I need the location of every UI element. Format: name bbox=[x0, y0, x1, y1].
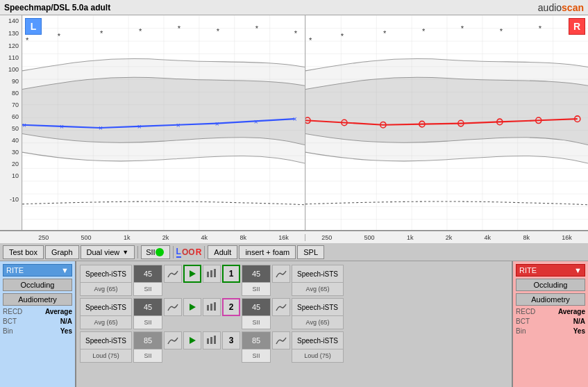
row1-play-button[interactable] bbox=[183, 265, 201, 283]
graph-button[interactable]: Graph bbox=[45, 245, 79, 259]
svg-text:*: * bbox=[309, 36, 312, 44]
row1-icon-curve[interactable] bbox=[164, 265, 182, 283]
row2-num-badge[interactable]: 2 bbox=[222, 298, 240, 316]
row3-sub-right: Loud (75) bbox=[292, 349, 344, 363]
svg-text:×: × bbox=[99, 124, 103, 132]
x-label-250r: 250 bbox=[321, 234, 332, 241]
y-label-70: 70 bbox=[12, 102, 19, 108]
lo-R[interactable]: R bbox=[196, 247, 202, 257]
y-label-60: 60 bbox=[12, 114, 19, 120]
right-bin-row: Bin Yes bbox=[516, 327, 585, 335]
left-audiometry-button[interactable]: Audiometry bbox=[3, 293, 72, 306]
row3-icon-bars[interactable] bbox=[203, 331, 221, 349]
row2-icon-bars[interactable] bbox=[203, 298, 221, 316]
row2-sub-spacer4 bbox=[222, 315, 240, 329]
y-label-130: 130 bbox=[8, 31, 19, 37]
logo-scan: scan bbox=[562, 2, 584, 13]
row2-sub-spacer3 bbox=[203, 315, 221, 329]
row1-left-label: Speech-iSTS bbox=[80, 265, 132, 283]
y-label-110: 110 bbox=[8, 55, 19, 61]
x-label-4kl: 4k bbox=[201, 234, 208, 241]
lo-L[interactable]: L bbox=[176, 247, 181, 258]
sii-green-dot bbox=[156, 248, 164, 256]
svg-text:×: × bbox=[215, 120, 219, 128]
row2-play-button[interactable] bbox=[183, 298, 201, 316]
left-bct-row: BCT N/A bbox=[3, 318, 72, 325]
insert-foam-button[interactable]: insert + foam bbox=[239, 245, 296, 259]
left-occluding-button[interactable]: Occluding bbox=[3, 279, 72, 291]
svg-rect-44 bbox=[210, 337, 212, 344]
row1-icon-bars[interactable] bbox=[203, 265, 221, 283]
row1-sub-right: Avg (65) bbox=[292, 282, 344, 296]
y-label-40: 40 bbox=[12, 138, 19, 144]
right-chart-panel[interactable]: R bbox=[305, 15, 588, 230]
svg-rect-36 bbox=[210, 270, 212, 277]
row-1-main: Speech-iSTS 45 1 45 bbox=[80, 265, 508, 283]
svg-marker-38 bbox=[190, 304, 196, 311]
y-label-50: 50 bbox=[12, 126, 19, 132]
svg-rect-37 bbox=[214, 269, 216, 277]
svg-text:*: * bbox=[461, 24, 464, 33]
row2-icon-curve[interactable] bbox=[164, 298, 182, 316]
row2-sub-left: Avg (65) bbox=[80, 315, 132, 329]
spl-button[interactable]: SPL bbox=[297, 245, 324, 259]
right-audiometry-button[interactable]: Audiometry bbox=[516, 293, 585, 306]
right-rite-arrow: ▼ bbox=[574, 266, 582, 274]
svg-text:*: * bbox=[100, 29, 103, 38]
y-label-neg10: -10 bbox=[10, 197, 19, 203]
dual-view-arrow: ▼ bbox=[122, 249, 128, 256]
row1-right-label: Speech-iSTS bbox=[292, 265, 344, 283]
row-3-sub: Loud (75) SII SII Loud (75) bbox=[80, 349, 508, 363]
adult-button[interactable]: Adult bbox=[208, 245, 237, 259]
row1-sub-left: Avg (65) bbox=[80, 282, 132, 296]
center-panel: Speech-iSTS 45 1 45 bbox=[76, 261, 512, 387]
row1-sub-spacer3 bbox=[203, 282, 221, 296]
row3-sub-spacer bbox=[164, 349, 182, 363]
row3-right-icon-curve[interactable] bbox=[272, 331, 290, 349]
sii-badge: SII bbox=[141, 245, 169, 259]
row1-sub-sii: SII bbox=[133, 282, 162, 296]
row-1-group: Speech-iSTS 45 1 45 bbox=[80, 265, 508, 296]
svg-rect-45 bbox=[214, 336, 216, 344]
row2-sub-right: Avg (65) bbox=[292, 315, 344, 329]
svg-text:×: × bbox=[254, 117, 258, 125]
row3-play-button[interactable] bbox=[183, 331, 201, 349]
rite-arrow: ▼ bbox=[61, 266, 69, 274]
y-label-20: 20 bbox=[12, 161, 19, 167]
row2-right-icon-curve[interactable] bbox=[272, 298, 290, 316]
right-recd-row: RECD Average bbox=[516, 308, 585, 315]
row3-icon-curve[interactable] bbox=[164, 331, 182, 349]
row1-num-badge[interactable]: 1 bbox=[222, 265, 240, 283]
row2-right-value: 45 bbox=[242, 298, 271, 316]
row3-left-value: 85 bbox=[133, 331, 162, 349]
svg-text:*: * bbox=[139, 26, 142, 35]
left-chart-panel[interactable]: L bbox=[22, 15, 305, 230]
row3-num-badge[interactable]: 3 bbox=[222, 331, 240, 349]
svg-text:×: × bbox=[22, 122, 26, 129]
dual-view-button[interactable]: Dual view ▼ bbox=[81, 245, 135, 259]
window-title: Speechmap/DSL 5.0a adult bbox=[4, 3, 110, 13]
x-label-1kr: 1k bbox=[407, 234, 414, 241]
svg-marker-42 bbox=[190, 337, 196, 344]
right-occluding-button[interactable]: Occluding bbox=[516, 279, 585, 291]
toolbar: Test box Graph Dual view ▼ SII L OO R Ad… bbox=[0, 243, 588, 261]
row3-sub-spacer4 bbox=[222, 349, 240, 363]
svg-text:*: * bbox=[383, 29, 387, 38]
svg-text:*: * bbox=[500, 26, 503, 35]
row3-sub-sii: SII bbox=[133, 349, 162, 363]
test-box-button[interactable]: Test box bbox=[3, 245, 44, 259]
svg-text:×: × bbox=[137, 123, 142, 131]
row2-left-value: 45 bbox=[133, 298, 162, 316]
left-rite-dropdown[interactable]: RITE ▼ bbox=[3, 264, 72, 277]
x-axis-left: 250 500 1k 2k 4k 8k 16k bbox=[22, 234, 305, 241]
svg-text:*: * bbox=[294, 29, 298, 38]
lo-badge: L OO R bbox=[176, 247, 202, 258]
row1-right-icon-curve[interactable] bbox=[272, 265, 290, 283]
left-chart-svg: × × × × × × × × * * * * * * * * bbox=[22, 15, 305, 230]
right-chart-svg: * * * * * * * * bbox=[305, 15, 588, 230]
row3-sub-left: Loud (75) bbox=[80, 349, 132, 363]
row2-sub-sii: SII bbox=[133, 315, 162, 329]
row-1-sub: Avg (65) SII SII Avg (65) bbox=[80, 282, 508, 296]
right-rite-dropdown[interactable]: RITE ▼ bbox=[516, 264, 585, 277]
y-axis: 140 130 120 110 100 90 80 70 60 50 40 30… bbox=[0, 15, 22, 230]
